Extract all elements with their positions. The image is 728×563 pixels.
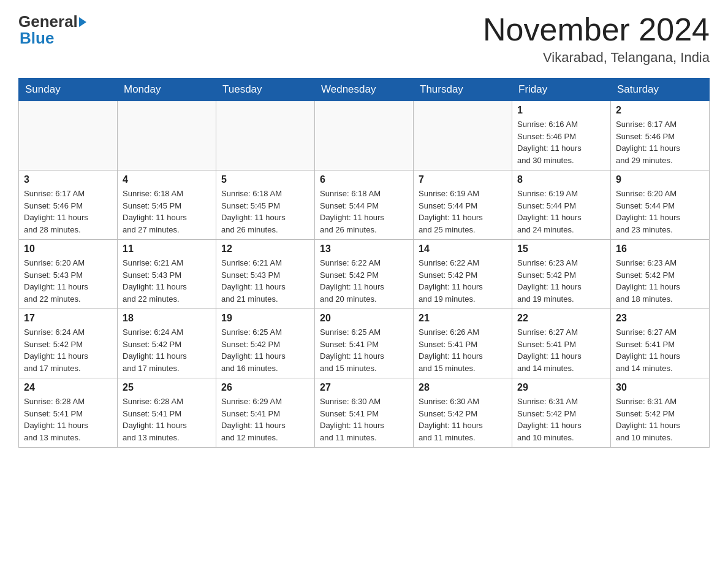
day-number: 25 xyxy=(123,382,211,393)
calendar-cell: 15Sunrise: 6:23 AM Sunset: 5:42 PM Dayli… xyxy=(512,240,611,309)
day-number: 27 xyxy=(320,382,408,393)
calendar-cell: 19Sunrise: 6:25 AM Sunset: 5:42 PM Dayli… xyxy=(216,309,315,378)
calendar-cell xyxy=(414,101,512,170)
calendar-cell: 26Sunrise: 6:29 AM Sunset: 5:41 PM Dayli… xyxy=(216,378,315,448)
day-info: Sunrise: 6:30 AM Sunset: 5:41 PM Dayligh… xyxy=(320,396,408,443)
calendar-table: SundayMondayTuesdayWednesdayThursdayFrid… xyxy=(18,78,710,448)
weekday-header-saturday: Saturday xyxy=(611,79,710,101)
calendar-cell: 10Sunrise: 6:20 AM Sunset: 5:43 PM Dayli… xyxy=(19,240,118,309)
calendar-cell: 12Sunrise: 6:21 AM Sunset: 5:43 PM Dayli… xyxy=(216,240,315,309)
week-row-4: 17Sunrise: 6:24 AM Sunset: 5:42 PM Dayli… xyxy=(19,309,710,378)
day-info: Sunrise: 6:22 AM Sunset: 5:42 PM Dayligh… xyxy=(320,257,408,305)
day-info: Sunrise: 6:23 AM Sunset: 5:42 PM Dayligh… xyxy=(616,257,704,305)
calendar-cell: 22Sunrise: 6:27 AM Sunset: 5:41 PM Dayli… xyxy=(512,309,611,378)
day-number: 24 xyxy=(24,382,112,393)
calendar-cell: 30Sunrise: 6:31 AM Sunset: 5:42 PM Dayli… xyxy=(611,378,710,448)
day-info: Sunrise: 6:28 AM Sunset: 5:41 PM Dayligh… xyxy=(24,396,112,443)
day-number: 18 xyxy=(123,313,211,324)
day-info: Sunrise: 6:21 AM Sunset: 5:43 PM Dayligh… xyxy=(123,257,211,305)
weekday-header-row: SundayMondayTuesdayWednesdayThursdayFrid… xyxy=(19,79,710,101)
week-row-5: 24Sunrise: 6:28 AM Sunset: 5:41 PM Dayli… xyxy=(19,378,710,448)
day-number: 11 xyxy=(123,243,211,255)
calendar-cell: 28Sunrise: 6:30 AM Sunset: 5:42 PM Dayli… xyxy=(414,378,512,448)
calendar-cell: 4Sunrise: 6:18 AM Sunset: 5:45 PM Daylig… xyxy=(118,170,216,240)
calendar-cell: 5Sunrise: 6:18 AM Sunset: 5:45 PM Daylig… xyxy=(216,170,315,240)
day-info: Sunrise: 6:24 AM Sunset: 5:42 PM Dayligh… xyxy=(123,326,211,374)
day-info: Sunrise: 6:23 AM Sunset: 5:42 PM Dayligh… xyxy=(517,257,605,305)
day-number: 5 xyxy=(221,174,309,185)
day-info: Sunrise: 6:27 AM Sunset: 5:41 PM Dayligh… xyxy=(616,326,704,374)
day-info: Sunrise: 6:31 AM Sunset: 5:42 PM Dayligh… xyxy=(616,396,704,443)
logo: General Blue xyxy=(18,12,86,48)
calendar-cell: 8Sunrise: 6:19 AM Sunset: 5:44 PM Daylig… xyxy=(512,170,611,240)
weekday-header-sunday: Sunday xyxy=(19,79,118,101)
calendar-cell: 17Sunrise: 6:24 AM Sunset: 5:42 PM Dayli… xyxy=(19,309,118,378)
week-row-3: 10Sunrise: 6:20 AM Sunset: 5:43 PM Dayli… xyxy=(19,240,710,309)
calendar-cell xyxy=(216,101,315,170)
day-info: Sunrise: 6:26 AM Sunset: 5:41 PM Dayligh… xyxy=(419,326,507,374)
day-number: 16 xyxy=(616,243,704,255)
calendar-cell: 11Sunrise: 6:21 AM Sunset: 5:43 PM Dayli… xyxy=(118,240,216,309)
calendar-cell: 3Sunrise: 6:17 AM Sunset: 5:46 PM Daylig… xyxy=(19,170,118,240)
calendar-cell xyxy=(315,101,414,170)
weekday-header-thursday: Thursday xyxy=(414,79,512,101)
day-info: Sunrise: 6:28 AM Sunset: 5:41 PM Dayligh… xyxy=(123,396,211,443)
day-info: Sunrise: 6:30 AM Sunset: 5:42 PM Dayligh… xyxy=(419,396,507,443)
day-number: 23 xyxy=(616,313,704,324)
day-number: 29 xyxy=(517,382,605,393)
calendar-cell: 27Sunrise: 6:30 AM Sunset: 5:41 PM Dayli… xyxy=(315,378,414,448)
calendar-cell xyxy=(19,101,118,170)
day-info: Sunrise: 6:20 AM Sunset: 5:44 PM Dayligh… xyxy=(616,188,704,236)
day-number: 4 xyxy=(123,174,211,185)
day-number: 3 xyxy=(24,174,112,185)
day-number: 14 xyxy=(419,243,507,255)
calendar-cell: 6Sunrise: 6:18 AM Sunset: 5:44 PM Daylig… xyxy=(315,170,414,240)
logo-blue-text: Blue xyxy=(18,29,86,48)
week-row-2: 3Sunrise: 6:17 AM Sunset: 5:46 PM Daylig… xyxy=(19,170,710,240)
day-number: 8 xyxy=(517,174,605,185)
location-title: Vikarabad, Telangana, India xyxy=(483,50,710,66)
calendar-cell: 16Sunrise: 6:23 AM Sunset: 5:42 PM Dayli… xyxy=(611,240,710,309)
day-info: Sunrise: 6:31 AM Sunset: 5:42 PM Dayligh… xyxy=(517,396,605,443)
day-number: 17 xyxy=(24,313,112,324)
day-number: 12 xyxy=(221,243,309,255)
day-info: Sunrise: 6:18 AM Sunset: 5:45 PM Dayligh… xyxy=(123,188,211,236)
day-info: Sunrise: 6:27 AM Sunset: 5:41 PM Dayligh… xyxy=(517,326,605,374)
day-info: Sunrise: 6:19 AM Sunset: 5:44 PM Dayligh… xyxy=(419,188,507,236)
day-number: 26 xyxy=(221,382,309,393)
logo-arrow-icon xyxy=(79,17,86,27)
month-title: November 2024 xyxy=(483,12,710,47)
day-number: 15 xyxy=(517,243,605,255)
day-info: Sunrise: 6:22 AM Sunset: 5:42 PM Dayligh… xyxy=(419,257,507,305)
calendar-cell: 14Sunrise: 6:22 AM Sunset: 5:42 PM Dayli… xyxy=(414,240,512,309)
week-row-1: 1Sunrise: 6:16 AM Sunset: 5:46 PM Daylig… xyxy=(19,101,710,170)
day-info: Sunrise: 6:20 AM Sunset: 5:43 PM Dayligh… xyxy=(24,257,112,305)
day-info: Sunrise: 6:16 AM Sunset: 5:46 PM Dayligh… xyxy=(517,118,605,166)
calendar-cell: 18Sunrise: 6:24 AM Sunset: 5:42 PM Dayli… xyxy=(118,309,216,378)
day-number: 30 xyxy=(616,382,704,393)
weekday-header-tuesday: Tuesday xyxy=(216,79,315,101)
calendar-cell: 9Sunrise: 6:20 AM Sunset: 5:44 PM Daylig… xyxy=(611,170,710,240)
calendar-cell: 23Sunrise: 6:27 AM Sunset: 5:41 PM Dayli… xyxy=(611,309,710,378)
day-number: 21 xyxy=(419,313,507,324)
day-number: 9 xyxy=(616,174,704,185)
calendar-cell: 13Sunrise: 6:22 AM Sunset: 5:42 PM Dayli… xyxy=(315,240,414,309)
weekday-header-friday: Friday xyxy=(512,79,611,101)
day-info: Sunrise: 6:25 AM Sunset: 5:42 PM Dayligh… xyxy=(221,326,309,374)
day-number: 6 xyxy=(320,174,408,185)
calendar-cell xyxy=(118,101,216,170)
calendar-cell: 29Sunrise: 6:31 AM Sunset: 5:42 PM Dayli… xyxy=(512,378,611,448)
day-info: Sunrise: 6:17 AM Sunset: 5:46 PM Dayligh… xyxy=(24,188,112,236)
calendar-cell: 20Sunrise: 6:25 AM Sunset: 5:41 PM Dayli… xyxy=(315,309,414,378)
day-info: Sunrise: 6:29 AM Sunset: 5:41 PM Dayligh… xyxy=(221,396,309,443)
calendar-cell: 21Sunrise: 6:26 AM Sunset: 5:41 PM Dayli… xyxy=(414,309,512,378)
weekday-header-wednesday: Wednesday xyxy=(315,79,414,101)
day-number: 22 xyxy=(517,313,605,324)
day-number: 10 xyxy=(24,243,112,255)
calendar-cell: 1Sunrise: 6:16 AM Sunset: 5:46 PM Daylig… xyxy=(512,101,611,170)
day-number: 20 xyxy=(320,313,408,324)
day-info: Sunrise: 6:19 AM Sunset: 5:44 PM Dayligh… xyxy=(517,188,605,236)
weekday-header-monday: Monday xyxy=(118,79,216,101)
day-number: 13 xyxy=(320,243,408,255)
day-info: Sunrise: 6:25 AM Sunset: 5:41 PM Dayligh… xyxy=(320,326,408,374)
